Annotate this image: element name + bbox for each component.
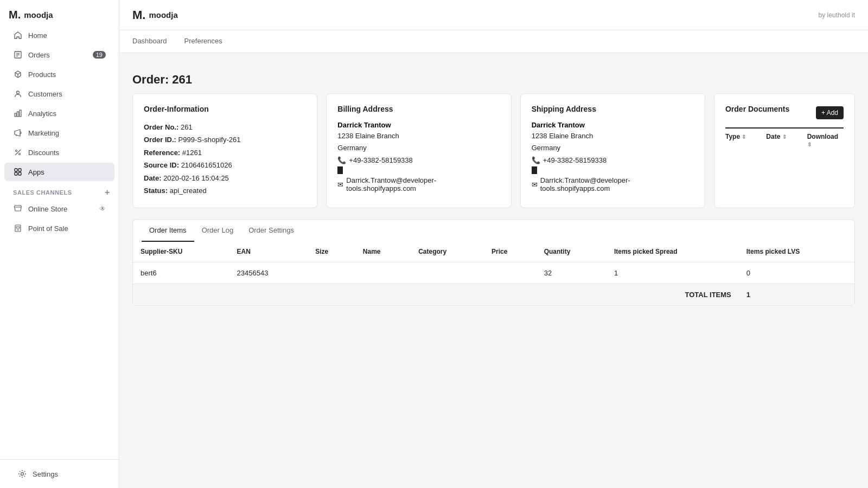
docs-date-label: Date (766, 133, 780, 140)
order-title-bar: Order: 261 (132, 64, 855, 93)
table-row: bert6 23456543 32 1 0 (133, 262, 854, 284)
marketing-icon (13, 128, 23, 138)
phone-icon: 📞 (337, 156, 346, 164)
analytics-icon (13, 108, 23, 118)
order-docs-header: Order Documents + Add (725, 105, 844, 121)
sidebar-item-products-label: Products (28, 70, 56, 79)
sales-channels-header: SALES CHANNELS + (0, 182, 119, 199)
add-document-button[interactable]: + Add (816, 106, 844, 119)
sidebar-item-home[interactable]: Home (4, 26, 114, 44)
sidebar-item-customers[interactable]: Customers (4, 85, 114, 103)
content-area: Order: 261 Order-Information Order No.: … (119, 53, 868, 488)
sort-type-icon: ⇕ (742, 134, 746, 140)
sidebar-item-marketing[interactable]: Marketing (4, 124, 114, 142)
table-header-row: Supplier-SKU EAN Size Name Category Pric… (133, 241, 854, 262)
cell-supplier-sku: bert6 (133, 262, 229, 284)
totals-empty (133, 284, 607, 306)
svg-rect-21 (16, 227, 20, 228)
shipping-phone: 📞 +49-3382-58159338 (532, 156, 694, 164)
email-icon-shipping: ✉ (532, 181, 538, 189)
billing-phone: 📞 +49-3382-58159338 (337, 156, 500, 164)
orders-badge: 19 (93, 51, 106, 59)
tab-order-log[interactable]: Order Log (194, 220, 241, 242)
docs-type-label: Type (725, 133, 740, 140)
svg-point-22 (21, 473, 24, 476)
order-source-line: Source ID: 2106461651026 (144, 159, 306, 171)
topbar-app-name: M. moodja (132, 8, 178, 22)
sidebar-item-online-store[interactable]: Online Store 👁 (4, 200, 114, 218)
totals-value: 1 (739, 284, 854, 306)
col-size: Size (308, 241, 355, 262)
topbar-by-text: by leuthold it (819, 11, 855, 19)
order-docs-heading: Order Documents (725, 105, 789, 113)
shipping-email-value: Darrick.Trantow@developer-tools.shopifya… (540, 176, 694, 192)
sidebar: M. moodja Home Orders 19 Products Custom… (0, 0, 119, 488)
tab-order-settings[interactable]: Order Settings (241, 220, 302, 242)
cell-items-lvs: 0 (739, 262, 854, 284)
app-logo-header: M. moodja (0, 0, 119, 25)
sidebar-item-discounts[interactable]: Discounts (4, 143, 114, 162)
col-items-spread: Items picked Spread (607, 241, 739, 262)
cell-price (484, 262, 537, 284)
billing-email: ✉ Darrick.Trantow@developer-tools.shopif… (337, 176, 500, 192)
order-ref-label: Reference: (144, 149, 180, 157)
order-info-heading: Order-Information (144, 105, 306, 113)
col-items-lvs: Items picked LVS (739, 241, 854, 262)
subnav-dashboard[interactable]: Dashboard (132, 30, 176, 53)
order-source-value: 2106461651026 (181, 161, 232, 169)
cell-items-spread: 1 (607, 262, 739, 284)
col-price: Price (484, 241, 537, 262)
pos-icon (13, 223, 23, 233)
phone-icon-shipping: 📞 (532, 156, 540, 164)
shipping-black-square (532, 166, 694, 174)
svg-rect-9 (17, 112, 19, 117)
order-no-value: 261 (181, 123, 193, 131)
store-icon (13, 204, 23, 214)
sidebar-item-orders-label: Orders (28, 51, 50, 59)
discounts-icon (13, 147, 23, 157)
settings-icon (17, 469, 27, 479)
svg-point-13 (19, 153, 21, 155)
order-date-label: Date: (144, 174, 162, 182)
docs-col-download: Download ⇕ (807, 133, 844, 148)
billing-heading: Billing Address (337, 105, 500, 113)
black-rect-icon (337, 166, 343, 174)
black-rect-icon-shipping (532, 166, 537, 174)
sidebar-item-apps[interactable]: Apps (4, 163, 114, 181)
billing-name: Darrick Trantow (337, 121, 500, 129)
svg-rect-8 (15, 113, 16, 117)
eye-icon: 👁 (99, 205, 106, 213)
sidebar-item-orders[interactable]: Orders 19 (4, 46, 114, 64)
sidebar-item-pos-label: Point of Sale (28, 224, 68, 233)
docs-download-label: Download (807, 133, 838, 140)
subnav-preferences[interactable]: Preferences (176, 30, 231, 53)
svg-point-12 (16, 150, 17, 152)
shipping-email: ✉ Darrick.Trantow@developer-tools.shopif… (532, 176, 694, 192)
col-name: Name (355, 241, 411, 262)
sort-date-icon: ⇕ (782, 134, 787, 140)
col-quantity: Quantity (537, 241, 607, 262)
col-ean: EAN (229, 241, 308, 262)
topbar: M. moodja by leuthold it (119, 0, 868, 30)
svg-line-14 (15, 150, 21, 155)
docs-col-type: Type ⇕ (725, 133, 762, 148)
col-supplier-sku: Supplier-SKU (133, 241, 229, 262)
svg-rect-15 (15, 169, 17, 171)
svg-rect-18 (18, 172, 21, 175)
sidebar-item-settings-label: Settings (33, 470, 58, 478)
order-id-line: Order ID.: P999-S-shopify-261 (144, 133, 306, 146)
cell-category (411, 262, 484, 284)
cell-quantity: 32 (537, 262, 607, 284)
tab-order-items[interactable]: Order Items (142, 220, 194, 242)
sidebar-item-settings[interactable]: Settings (9, 465, 110, 483)
billing-address-card: Billing Address Darrick Trantow 1238 Ela… (326, 93, 511, 208)
sidebar-item-analytics[interactable]: Analytics (4, 104, 114, 123)
sales-channels-label: SALES CHANNELS (13, 189, 72, 196)
sidebar-item-pos[interactable]: Point of Sale (4, 219, 114, 237)
sidebar-item-products[interactable]: Products (4, 65, 114, 84)
sidebar-item-marketing-label: Marketing (28, 129, 59, 137)
order-status-value: api_created (170, 187, 207, 195)
shipping-country: Germany (532, 142, 694, 154)
products-icon (13, 69, 23, 79)
add-channel-button[interactable]: + (105, 188, 110, 197)
